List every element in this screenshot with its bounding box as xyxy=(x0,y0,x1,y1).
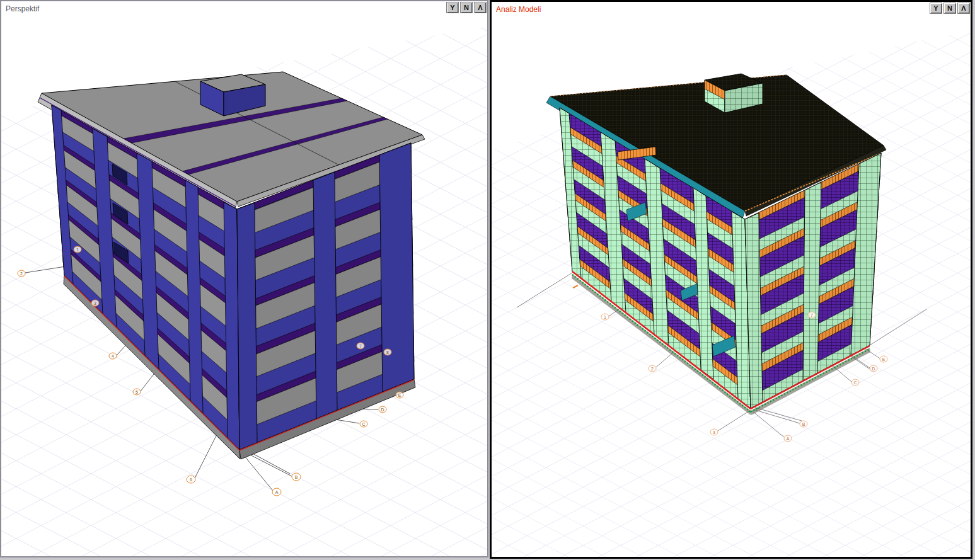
axis-bubble: 6 xyxy=(187,476,195,483)
viewport-title: Perspektif xyxy=(6,4,39,13)
axis-bubble: A xyxy=(272,488,281,496)
axis-bubble: C xyxy=(851,379,859,386)
svg-text:6: 6 xyxy=(190,477,192,482)
axis-bubble: D xyxy=(379,406,386,413)
svg-text:2: 2 xyxy=(20,271,23,276)
axis-bubble: 8 xyxy=(384,349,391,355)
view-a-button[interactable]: Λ xyxy=(957,3,970,14)
svg-text:D: D xyxy=(381,408,384,412)
svg-text:E: E xyxy=(882,357,886,362)
view-y-button[interactable]: Y xyxy=(446,2,459,13)
analysis-canvas[interactable]: 1 2 3 A B C D E 7 xyxy=(492,2,971,557)
viewport-perspective[interactable]: Perspektif Y N Λ xyxy=(0,0,488,557)
perspective-canvas[interactable]: 1 2 3 4 5 6 A B C D E 7 8 xyxy=(1,1,487,556)
svg-text:4: 4 xyxy=(112,354,114,358)
svg-text:1: 1 xyxy=(76,248,79,252)
svg-text:E: E xyxy=(398,393,401,397)
view-y-button[interactable]: Y xyxy=(930,3,942,14)
svg-text:B: B xyxy=(295,475,298,479)
svg-text:B: B xyxy=(802,422,805,426)
svg-text:A: A xyxy=(787,437,790,441)
axis-bubble: B xyxy=(292,473,301,481)
axis-bubble: E xyxy=(396,392,403,398)
svg-text:7: 7 xyxy=(359,344,362,348)
view-n-button[interactable]: N xyxy=(460,2,473,13)
analysis-scene: 1 2 3 A B C D E 7 xyxy=(492,2,971,557)
axis-bubble: 2 xyxy=(649,365,656,372)
svg-text:5: 5 xyxy=(136,390,138,394)
svg-text:8: 8 xyxy=(386,350,389,355)
axis-bubble: 3 xyxy=(91,300,99,306)
axis-bubble: 1 xyxy=(601,314,609,320)
axis-bubble: 5 xyxy=(133,389,141,395)
viewport-button-group: Y N Λ xyxy=(930,3,970,14)
svg-text:2: 2 xyxy=(651,367,654,371)
svg-text:1: 1 xyxy=(604,315,606,319)
axis-bubble: 7 xyxy=(808,312,816,318)
axis-bubble: 7 xyxy=(357,343,364,349)
axis-bubble: C xyxy=(360,421,367,427)
viewport-title: Analiz Modeli xyxy=(496,5,541,14)
axis-bubble: D xyxy=(870,365,877,372)
svg-text:C: C xyxy=(853,380,857,385)
svg-text:D: D xyxy=(872,367,875,371)
perspective-scene: 1 2 3 4 5 6 A B C D E 7 8 xyxy=(1,1,487,556)
axis-bubble: A xyxy=(784,435,792,442)
dual-viewport-workspace: Perspektif Y N Λ xyxy=(0,0,975,560)
svg-text:3: 3 xyxy=(94,301,96,306)
viewport-button-group: Y N Λ xyxy=(446,2,487,13)
svg-text:C: C xyxy=(362,422,365,426)
view-a-button[interactable]: Λ xyxy=(474,2,487,13)
axis-bubble: 2 xyxy=(18,270,25,277)
axis-bubble: E xyxy=(880,356,887,362)
svg-text:A: A xyxy=(275,490,279,494)
view-n-button[interactable]: N xyxy=(943,3,956,14)
svg-text:7: 7 xyxy=(811,313,813,317)
axis-bubble: 1 xyxy=(74,246,81,253)
svg-text:3: 3 xyxy=(713,430,715,435)
axis-bubble: 4 xyxy=(109,353,117,359)
axis-bubble: 3 xyxy=(710,429,718,435)
axis-bubble: B xyxy=(800,421,807,427)
viewport-analysis-model[interactable]: Analiz Modeli Y N Λ xyxy=(490,0,972,559)
